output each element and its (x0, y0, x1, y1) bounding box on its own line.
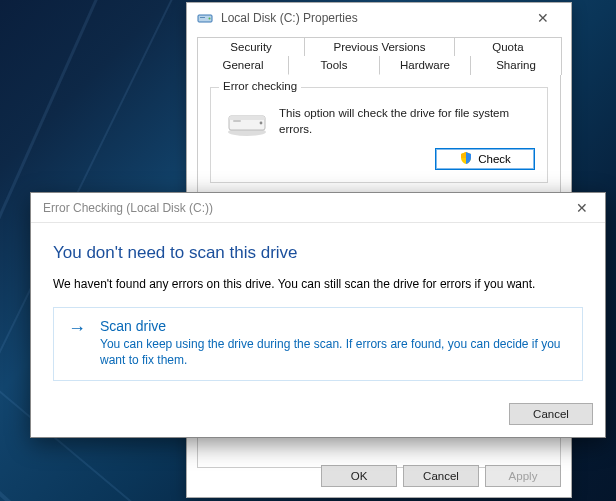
dialog-title: Error Checking (Local Disk (C:)) (43, 201, 565, 215)
svg-rect-6 (233, 120, 241, 122)
scan-drive-title: Scan drive (100, 318, 568, 334)
dialog-subtext: We haven't found any errors on this driv… (53, 277, 583, 291)
apply-button[interactable]: Apply (485, 465, 561, 487)
svg-point-7 (260, 122, 263, 125)
svg-point-2 (209, 18, 211, 20)
dialog-heading: You don't need to scan this drive (53, 243, 583, 263)
dialog-button-row: Cancel (31, 395, 605, 437)
tab-general[interactable]: General (197, 56, 289, 75)
properties-titlebar[interactable]: Local Disk (C:) Properties ✕ (187, 3, 571, 33)
properties-title: Local Disk (C:) Properties (221, 11, 523, 25)
drive-large-icon (225, 108, 269, 138)
tab-previous-versions[interactable]: Previous Versions (304, 37, 455, 56)
check-button-label: Check (478, 153, 511, 165)
error-checking-group: Error checking This option will check th… (210, 87, 548, 183)
tab-security[interactable]: Security (197, 37, 305, 56)
close-icon[interactable]: ✕ (523, 10, 563, 26)
tab-sharing[interactable]: Sharing (470, 56, 562, 75)
svg-rect-1 (200, 17, 205, 18)
properties-button-row: OK Cancel Apply (321, 465, 561, 487)
tab-row-1: Security Previous Versions Quota (197, 37, 561, 56)
svg-rect-5 (229, 116, 265, 120)
error-checking-row: This option will check the drive for fil… (223, 106, 535, 138)
tab-tools[interactable]: Tools (288, 56, 380, 75)
shield-icon (459, 151, 473, 167)
scan-drive-option[interactable]: → Scan drive You can keep using the driv… (53, 307, 583, 381)
drive-icon (197, 10, 213, 26)
error-checking-description: This option will check the drive for fil… (279, 106, 535, 138)
error-checking-dialog: Error Checking (Local Disk (C:)) ✕ You d… (30, 192, 606, 438)
cancel-button[interactable]: Cancel (403, 465, 479, 487)
scan-drive-description: You can keep using the drive during the … (100, 336, 568, 368)
dialog-titlebar[interactable]: Error Checking (Local Disk (C:)) ✕ (31, 193, 605, 223)
check-button[interactable]: Check (435, 148, 535, 170)
ok-button[interactable]: OK (321, 465, 397, 487)
tab-hardware[interactable]: Hardware (379, 56, 471, 75)
error-checking-title: Error checking (219, 80, 301, 92)
tab-quota[interactable]: Quota (454, 37, 562, 56)
dialog-cancel-button[interactable]: Cancel (509, 403, 593, 425)
tab-row-2: General Tools Hardware Sharing (197, 56, 561, 75)
arrow-right-icon: → (68, 319, 86, 337)
dialog-body: You don't need to scan this drive We hav… (31, 223, 605, 395)
close-icon[interactable]: ✕ (565, 200, 599, 216)
